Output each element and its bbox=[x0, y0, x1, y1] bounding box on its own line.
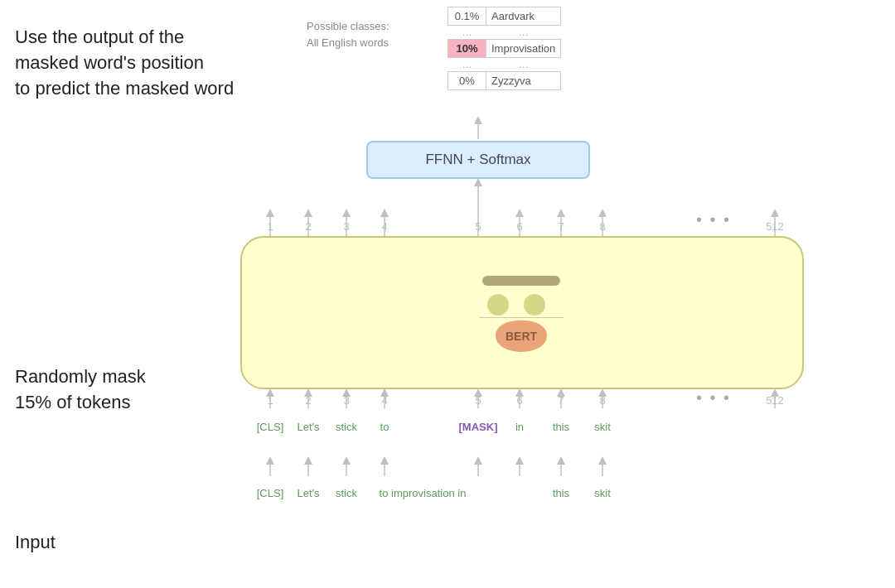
token-cls: [CLS] bbox=[257, 421, 284, 433]
description-bottom: Input bbox=[15, 530, 56, 556]
description-middle: Randomly mask 15% of tokens bbox=[15, 364, 146, 416]
input-arrowhead-8 bbox=[598, 456, 607, 465]
arrowhead-1 bbox=[266, 209, 274, 217]
token-skit: skit bbox=[594, 421, 611, 433]
description-top: Use the output of the masked word's posi… bbox=[15, 25, 234, 101]
bert-face: BERT bbox=[472, 267, 572, 359]
arrowhead-in-3 bbox=[342, 388, 351, 397]
top-num-8: 8 bbox=[599, 220, 605, 233]
input-arrowhead-6 bbox=[515, 456, 524, 465]
input-token-to-improv: to improvisation in bbox=[380, 487, 467, 499]
arrowhead-2 bbox=[304, 209, 312, 217]
top-num-5: 5 bbox=[475, 220, 481, 233]
bot-num-7: 7 bbox=[558, 394, 564, 407]
input-arrowhead-5 bbox=[474, 456, 482, 465]
arrowhead-in-2 bbox=[304, 388, 312, 397]
token-this: this bbox=[553, 421, 570, 433]
input-arrowhead-7 bbox=[557, 456, 565, 465]
input-arrowhead-1 bbox=[266, 456, 274, 465]
top-num-1: 1 bbox=[267, 220, 273, 233]
input-arrowhead-4 bbox=[380, 456, 389, 465]
bot-num-512: 512 bbox=[766, 394, 784, 407]
bot-num-2: 2 bbox=[305, 394, 311, 407]
arrowhead-in-1 bbox=[266, 388, 274, 397]
top-num-3: 3 bbox=[343, 220, 349, 233]
top-num-2: 2 bbox=[305, 220, 311, 233]
input-token-this: this bbox=[553, 487, 570, 499]
arrowhead-ffnn-table bbox=[474, 116, 482, 124]
possible-classes-label: Possible classes: All English words bbox=[307, 18, 389, 51]
table-row-dots: … … bbox=[448, 26, 561, 40]
table-row-last: 0% Zyzzyva bbox=[448, 72, 561, 90]
bert-eye-left bbox=[487, 294, 509, 316]
top-num-6: 6 bbox=[516, 220, 522, 233]
arrowhead-in-8 bbox=[598, 388, 607, 397]
input-token-lets: Let's bbox=[297, 487, 320, 499]
input-token-cls: [CLS] bbox=[257, 487, 284, 499]
arrowhead-8 bbox=[598, 209, 607, 217]
top-num-7: 7 bbox=[558, 220, 564, 233]
bot-num-3: 3 bbox=[343, 394, 349, 407]
bot-num-6: 6 bbox=[516, 394, 522, 407]
input-token-stick: stick bbox=[336, 487, 358, 499]
bot-num-8: 8 bbox=[599, 394, 605, 407]
arrowhead-in-512 bbox=[771, 388, 779, 397]
input-token-skit: skit bbox=[594, 487, 611, 499]
table-row-dots2: … … bbox=[448, 58, 561, 72]
table-row-highlight: 10% Improvisation bbox=[448, 40, 561, 58]
arrowhead-in-5 bbox=[474, 388, 482, 397]
bert-eye-right bbox=[524, 294, 545, 316]
token-stick: stick bbox=[336, 421, 358, 433]
arrowhead-4 bbox=[380, 209, 389, 217]
arrowhead-3 bbox=[342, 209, 351, 217]
table-row: 0.1% Aardvark bbox=[448, 7, 561, 26]
arrowhead-in-4 bbox=[380, 388, 389, 397]
input-arrowhead-3 bbox=[342, 456, 351, 465]
arrowhead-5-ffnn bbox=[474, 178, 482, 186]
token-lets: Let's bbox=[297, 421, 320, 433]
arrowhead-512-top bbox=[771, 209, 779, 217]
arrowhead-6 bbox=[515, 209, 524, 217]
top-dots: • • • bbox=[696, 210, 731, 229]
arrowhead-7 bbox=[557, 209, 565, 217]
token-to: to bbox=[380, 421, 389, 433]
arrowhead-in-7 bbox=[557, 388, 565, 397]
bot-num-1: 1 bbox=[267, 394, 273, 407]
main-container: Use the output of the masked word's posi… bbox=[0, 0, 895, 588]
input-arrowhead-2 bbox=[304, 456, 312, 465]
bert-face-line bbox=[479, 317, 564, 319]
ffnn-box: FFNN + Softmax bbox=[366, 141, 590, 179]
bot-num-4: 4 bbox=[381, 394, 387, 407]
prediction-table: 0.1% Aardvark … … 10% Improvisation … … … bbox=[448, 7, 561, 90]
top-num-4: 4 bbox=[381, 220, 387, 233]
bot-num-5: 5 bbox=[475, 394, 481, 407]
token-mask: [MASK] bbox=[459, 421, 498, 433]
top-num-512: 512 bbox=[766, 220, 784, 233]
bert-eyebrow bbox=[482, 276, 560, 286]
bert-eyes bbox=[487, 294, 545, 316]
token-in: in bbox=[515, 421, 524, 433]
bot-dots: • • • bbox=[696, 388, 731, 407]
bert-box: BERT bbox=[240, 236, 804, 389]
bert-nose: BERT bbox=[496, 321, 547, 352]
arrowhead-in-6 bbox=[515, 388, 524, 397]
